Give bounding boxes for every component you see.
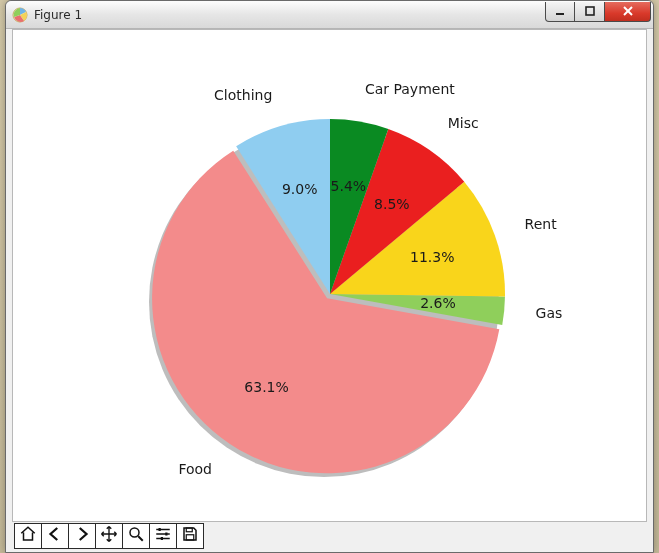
save-icon bbox=[181, 525, 199, 547]
pie-chart: 9.0%Clothing63.1%Food2.6%Gas11.3%Rent8.5… bbox=[12, 36, 647, 516]
slice-percent-rent: 11.3% bbox=[410, 248, 454, 264]
home-button[interactable] bbox=[14, 523, 42, 549]
svg-rect-12 bbox=[165, 532, 167, 535]
slice-label-food: Food bbox=[178, 460, 212, 476]
matplotlib-toolbar bbox=[6, 522, 653, 552]
slice-label-rent: Rent bbox=[524, 215, 557, 231]
svg-rect-15 bbox=[186, 534, 194, 539]
pan-button[interactable] bbox=[95, 523, 123, 549]
slice-percent-clothing: 9.0% bbox=[281, 180, 317, 196]
figure-window: Figure 1 9.0%Clothing63.1%Food2.6%Gas11.… bbox=[5, 0, 654, 553]
slice-label-car-payment: Car Payment bbox=[364, 81, 454, 97]
slice-percent-misc: 8.5% bbox=[374, 195, 410, 211]
close-button[interactable] bbox=[605, 2, 651, 22]
slice-label-misc: Misc bbox=[447, 115, 478, 131]
slice-percent-car-payment: 5.4% bbox=[330, 178, 366, 194]
slice-label-gas: Gas bbox=[535, 304, 562, 320]
back-button[interactable] bbox=[41, 523, 69, 549]
window-controls bbox=[545, 2, 651, 22]
sliders-icon bbox=[154, 525, 172, 547]
minimize-button[interactable] bbox=[545, 2, 575, 22]
slice-label-clothing: Clothing bbox=[214, 86, 272, 102]
title-bar[interactable]: Figure 1 bbox=[6, 1, 653, 29]
svg-rect-2 bbox=[586, 7, 594, 15]
figure-canvas: 9.0%Clothing63.1%Food2.6%Gas11.3%Rent8.5… bbox=[12, 29, 647, 522]
svg-point-6 bbox=[130, 528, 139, 537]
move-icon bbox=[100, 525, 118, 547]
svg-rect-11 bbox=[159, 528, 161, 531]
slice-percent-food: 63.1% bbox=[244, 379, 288, 395]
window-title: Figure 1 bbox=[34, 8, 82, 22]
slice-percent-gas: 2.6% bbox=[420, 295, 456, 311]
arrow-right-icon bbox=[73, 525, 91, 547]
zoom-button[interactable] bbox=[122, 523, 150, 549]
save-button[interactable] bbox=[176, 523, 204, 549]
forward-button[interactable] bbox=[68, 523, 96, 549]
home-icon bbox=[19, 525, 37, 547]
svg-rect-13 bbox=[161, 537, 163, 540]
zoom-icon bbox=[127, 525, 145, 547]
configure-button[interactable] bbox=[149, 523, 177, 549]
arrow-left-icon bbox=[46, 525, 64, 547]
maximize-button[interactable] bbox=[575, 2, 605, 22]
svg-line-7 bbox=[138, 536, 143, 541]
app-icon bbox=[12, 7, 28, 23]
svg-rect-14 bbox=[186, 528, 192, 532]
